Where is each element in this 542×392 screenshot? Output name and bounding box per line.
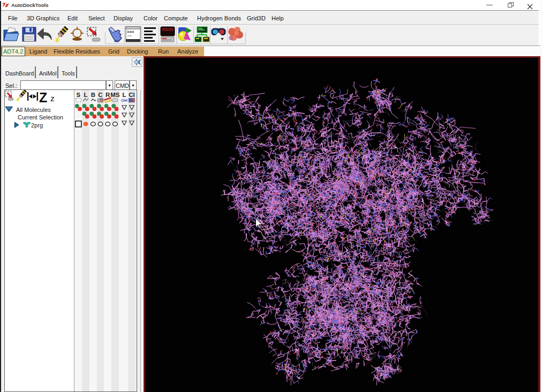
svg-text:B: B	[91, 92, 95, 98]
svg-text:L: L	[84, 92, 88, 98]
svg-text:2prg: 2prg	[31, 122, 43, 129]
svg-text:R: R	[106, 92, 110, 98]
svg-text:Current Selection: Current Selection	[18, 114, 63, 120]
svg-text:Cl: Cl	[129, 92, 135, 98]
svg-text:All Molecules: All Molecules	[16, 107, 51, 113]
svg-text:>>>: >>>	[127, 29, 134, 34]
svg-text:MS: MS	[110, 92, 120, 98]
svg-text:OH: OH	[121, 98, 127, 103]
svg-text:S: S	[77, 92, 81, 98]
svg-text:z: z	[50, 94, 55, 103]
svg-text:Z: Z	[39, 90, 47, 105]
svg-text:L: L	[122, 92, 126, 98]
svg-text:C: C	[98, 92, 102, 98]
